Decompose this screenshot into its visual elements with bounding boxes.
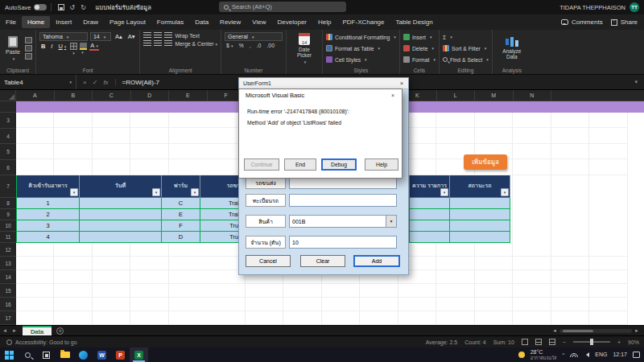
sheet-tab-data[interactable]: Data	[23, 326, 52, 336]
underline-button[interactable]: U	[56, 43, 68, 50]
notification-center-icon[interactable]	[633, 352, 640, 358]
horizontal-scrollbar[interactable]	[559, 329, 632, 333]
insert-cells-button[interactable]: Insert	[403, 32, 436, 42]
tab-formulas[interactable]: Formulas	[151, 16, 189, 28]
table-cell[interactable]	[80, 220, 162, 232]
share-button[interactable]: Share	[611, 19, 638, 26]
column-header[interactable]: D	[131, 90, 170, 101]
table-cell[interactable]: 3	[17, 220, 80, 232]
file-explorer-button[interactable]	[56, 348, 74, 362]
tab-help[interactable]: Help	[312, 16, 336, 28]
table-cell[interactable]: 1	[17, 198, 80, 209]
tab-review[interactable]: Review	[214, 16, 246, 28]
table-cell[interactable]	[80, 209, 162, 220]
comments-button[interactable]: Comments	[561, 19, 603, 26]
tab-draw[interactable]: Draw	[77, 16, 104, 28]
end-button[interactable]: End	[284, 158, 316, 171]
align-middle-icon[interactable]	[154, 32, 162, 39]
date-picker-button[interactable]: 14 Date Picker	[290, 32, 319, 64]
cell-styles-button[interactable]: Cell Styles	[326, 55, 396, 64]
column-header[interactable]: N	[514, 90, 552, 101]
row-header[interactable]: 7	[0, 175, 16, 198]
row-header[interactable]	[0, 101, 16, 113]
sort-filter-button[interactable]: Sort & Filter	[443, 43, 489, 53]
amount-field[interactable]: 10	[289, 236, 397, 249]
analyze-data-button[interactable]: Analyze Data	[496, 32, 528, 64]
row-header[interactable]: 9	[0, 209, 16, 220]
taskbar-search-button[interactable]	[19, 348, 37, 362]
edge-button[interactable]	[74, 348, 93, 362]
table-header-amount[interactable]: ความ รายการ	[410, 175, 450, 198]
table-cell[interactable]: 2	[17, 209, 80, 220]
enter-icon[interactable]: ✓	[93, 79, 98, 86]
column-header[interactable]: B	[55, 90, 93, 101]
close-icon[interactable]: ×	[395, 78, 408, 88]
decrease-decimal-icon[interactable]: .00	[265, 43, 276, 48]
comma-icon[interactable]: ,	[248, 43, 253, 48]
autosum-button[interactable]: Σ	[443, 32, 489, 42]
column-header[interactable]: A	[16, 90, 55, 101]
tab-data[interactable]: Data	[189, 16, 214, 28]
table-cell[interactable]	[450, 209, 510, 220]
table-cell[interactable]: D	[162, 232, 200, 243]
format-as-table-button[interactable]: Format as Table	[326, 43, 396, 53]
product-combobox[interactable]: 001B ▼	[289, 215, 397, 228]
page-layout-view-icon[interactable]	[535, 339, 542, 345]
table-cell[interactable]: 4	[17, 232, 80, 243]
zoom-out-icon[interactable]: −	[563, 339, 566, 345]
zoom-slider[interactable]	[573, 341, 610, 343]
format-cells-button[interactable]: Format	[403, 55, 436, 64]
font-size-select[interactable]: 14	[90, 32, 111, 41]
number-format-select[interactable]: General	[225, 32, 283, 41]
tab-table-design[interactable]: Table Design	[390, 16, 439, 28]
table-cell[interactable]	[450, 220, 510, 232]
merge-center-button[interactable]: Merge & Center	[175, 41, 217, 47]
clock[interactable]: 12:17	[613, 352, 627, 357]
font-color-icon[interactable]: A	[89, 43, 99, 51]
increase-decimal-icon[interactable]: .0	[255, 43, 263, 48]
align-top-icon[interactable]	[143, 32, 151, 39]
row-header[interactable]: 6	[0, 160, 16, 175]
font-name-select[interactable]: Tahoma	[39, 32, 88, 41]
redo-icon[interactable]: ↻	[79, 2, 89, 12]
normal-view-icon[interactable]	[522, 339, 528, 345]
grow-font-icon[interactable]: A▴	[114, 33, 124, 40]
table-cell[interactable]	[410, 198, 450, 209]
table-cell[interactable]	[410, 209, 450, 220]
row-header[interactable]: 12	[0, 243, 16, 257]
autosave-toggle[interactable]: AutoSave	[5, 4, 47, 11]
hidden-icons-chevron[interactable]: ^	[562, 352, 564, 357]
autosave-switch-icon[interactable]	[34, 4, 47, 10]
wrap-text-button[interactable]: Wrap Text	[175, 33, 199, 39]
cancel-button[interactable]: Cancel	[246, 255, 291, 267]
row-header[interactable]: 16	[0, 298, 16, 311]
align-left-icon[interactable]	[143, 40, 151, 47]
italic-button[interactable]: I	[49, 43, 54, 50]
cancel-icon[interactable]: ×	[83, 79, 87, 86]
column-header[interactable]: M	[475, 90, 514, 101]
row-header[interactable]: 17	[0, 311, 16, 325]
tab-page-layout[interactable]: Page Layout	[104, 16, 151, 28]
row-header[interactable]: 11	[0, 232, 16, 243]
shrink-font-icon[interactable]: A▾	[126, 33, 137, 40]
table-cell[interactable]: F	[162, 220, 200, 232]
tab-file[interactable]: File	[0, 16, 22, 28]
add-data-button[interactable]: เพิ่มข้อมูล	[464, 154, 507, 170]
task-view-button[interactable]	[37, 348, 56, 362]
accounting-format-icon[interactable]: $	[225, 43, 234, 48]
table-cell[interactable]	[450, 232, 510, 243]
row-header[interactable]: 15	[0, 284, 16, 298]
format-painter-icon[interactable]	[25, 53, 32, 60]
table-cell[interactable]	[410, 232, 450, 243]
table-cell[interactable]	[450, 198, 510, 209]
wifi-icon[interactable]	[570, 352, 578, 357]
insert-function-icon[interactable]: fx	[103, 79, 108, 86]
chevron-down-icon[interactable]: ▼	[386, 216, 396, 227]
close-icon[interactable]: ×	[384, 89, 402, 101]
row-header[interactable]: 10	[0, 220, 16, 232]
percent-icon[interactable]: %	[237, 43, 245, 48]
row-header[interactable]: 13	[0, 257, 16, 270]
table-cell[interactable]: C	[162, 198, 200, 209]
borders-icon[interactable]	[70, 43, 77, 50]
weather-widget[interactable]: 28°C อากาศแจ่มใส	[530, 349, 557, 360]
